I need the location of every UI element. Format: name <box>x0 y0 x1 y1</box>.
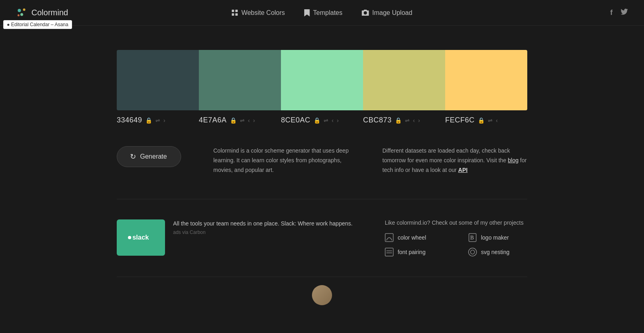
generate-section: ↻ Generate Colormind is a color scheme g… <box>117 146 527 175</box>
bottom-divider <box>117 277 527 277</box>
svg-point-17 <box>471 250 475 254</box>
generate-button[interactable]: ↻ Generate <box>117 146 181 167</box>
nav-image-upload[interactable]: Image Upload <box>362 9 413 17</box>
facebook-link[interactable]: f <box>610 8 613 17</box>
svg-rect-13 <box>385 248 393 256</box>
arrow-left-3[interactable]: ‹ <box>413 117 415 124</box>
projects-grid: color wheel B logo maker <box>385 233 527 256</box>
svg-text:slack: slack <box>132 234 149 241</box>
project-font-pairing[interactable]: font pairing <box>385 248 444 256</box>
lock-icon-2[interactable]: 🔒 <box>314 117 320 124</box>
swatch-4[interactable] <box>445 50 527 110</box>
arrow-left-2[interactable]: ‹ <box>332 117 334 124</box>
arrow-right-1[interactable]: › <box>253 117 255 124</box>
logo-maker-icon: B <box>468 233 477 242</box>
color-info-1: 4E7A6A 🔒 ⇌ ‹ › <box>199 110 281 130</box>
svg-rect-5 <box>235 10 238 12</box>
swatch-2[interactable] <box>281 50 363 110</box>
swatch-1[interactable] <box>199 50 281 110</box>
slack-logo[interactable]: slack <box>117 219 165 256</box>
blog-link[interactable]: blog <box>508 157 518 163</box>
bottom-section: slack All the tools your team needs in o… <box>117 219 527 256</box>
middle-divider <box>117 199 527 199</box>
color-wheel-icon <box>385 233 394 242</box>
svg-nesting-icon <box>468 248 477 256</box>
nav-links: Website Colors Templates Image Upload <box>232 9 413 17</box>
adjust-icon-3[interactable]: ⇌ <box>405 117 410 124</box>
avatar-circle <box>312 285 332 305</box>
ad-block: slack All the tools your team needs in o… <box>117 219 353 256</box>
arrow-left-1[interactable]: ‹ <box>248 117 250 124</box>
description-right: Different datasets are loaded each day, … <box>382 146 527 175</box>
twitter-link[interactable] <box>621 8 628 17</box>
svg-rect-4 <box>232 10 234 12</box>
nav-templates[interactable]: Templates <box>304 9 343 17</box>
color-hex-0: 334649 <box>117 116 142 124</box>
ad-headline: All the tools your team needs in one pla… <box>173 219 353 228</box>
api-link[interactable]: API <box>458 167 467 173</box>
color-hex-3: CBC873 <box>363 116 392 124</box>
project-svg-nesting[interactable]: svg nesting <box>468 248 527 256</box>
svg-point-2 <box>21 13 23 16</box>
generate-label: Generate <box>140 153 167 160</box>
svg-rect-6 <box>232 13 234 16</box>
arrow-left-4[interactable]: ‹ <box>496 117 498 124</box>
bottom-avatar-area <box>117 285 527 305</box>
svg-point-0 <box>18 9 21 12</box>
lock-icon-4[interactable]: 🔒 <box>478 117 485 124</box>
logo-icon <box>16 7 27 19</box>
svg-point-1 <box>23 8 25 11</box>
svg-rect-7 <box>235 13 238 16</box>
description-left: Colormind is a color scheme generator th… <box>213 146 358 175</box>
slack-icon: slack <box>127 232 155 244</box>
tooltip: ● Editorial Calendar – Asana <box>3 20 72 29</box>
lock-icon-1[interactable]: 🔒 <box>230 117 237 124</box>
twitter-icon <box>621 8 628 15</box>
social-links: f <box>610 8 628 17</box>
other-projects: Like colormind.io? Check out some of my … <box>385 219 527 256</box>
ad-attribution: ads via Carbon <box>173 230 353 235</box>
swatch-3[interactable] <box>363 50 445 110</box>
arrow-right-2[interactable]: › <box>337 117 339 124</box>
color-hex-2: 8CE0AC <box>281 116 310 124</box>
color-info-2: 8CE0AC 🔒 ⇌ ‹ › <box>281 110 363 130</box>
logo-link[interactable]: Colormind <box>16 7 68 19</box>
project-color-wheel[interactable]: color wheel <box>385 233 444 242</box>
color-hex-4: FECF6C <box>445 116 475 124</box>
lock-icon-3[interactable]: 🔒 <box>395 117 402 124</box>
project-logo-maker[interactable]: B logo maker <box>468 233 527 242</box>
logo-text: Colormind <box>31 8 68 17</box>
adjust-icon-4[interactable]: ⇌ <box>488 117 493 124</box>
camera-icon <box>362 10 369 16</box>
adjust-icon-1[interactable]: ⇌ <box>240 117 245 124</box>
svg-point-8 <box>128 236 131 239</box>
palette-swatches <box>117 50 527 110</box>
other-projects-title: Like colormind.io? Check out some of my … <box>385 219 527 226</box>
color-hex-1: 4E7A6A <box>199 116 227 124</box>
refresh-icon: ↻ <box>130 152 136 161</box>
adjust-icon-2[interactable]: ⇌ <box>324 117 328 124</box>
lock-icon-0[interactable]: 🔒 <box>145 117 152 124</box>
arrow-right-0[interactable]: › <box>163 117 165 124</box>
palette-info-row: 334649 🔒 ⇌ › 4E7A6A 🔒 ⇌ ‹ › 8CE0AC 🔒 ⇌ ‹… <box>117 110 527 130</box>
swatch-0[interactable] <box>117 50 199 110</box>
color-info-4: FECF6C 🔒 ⇌ ‹ <box>445 110 527 130</box>
description-columns: Colormind is a color scheme generator th… <box>213 146 527 175</box>
main-content: 334649 🔒 ⇌ › 4E7A6A 🔒 ⇌ ‹ › 8CE0AC 🔒 ⇌ ‹… <box>109 26 535 321</box>
bookmark-icon <box>304 9 310 17</box>
svg-point-3 <box>18 14 20 16</box>
adjust-icon-0[interactable]: ⇌ <box>155 117 160 124</box>
navbar: ● Editorial Calendar – Asana Colormind W… <box>0 0 644 26</box>
font-pairing-icon <box>385 248 394 256</box>
svg-text:B: B <box>470 235 474 241</box>
slack-ad-text: All the tools your team needs in one pla… <box>173 219 353 235</box>
color-info-0: 334649 🔒 ⇌ › <box>117 110 199 130</box>
nav-website-colors[interactable]: Website Colors <box>232 9 285 17</box>
svg-point-16 <box>469 248 477 256</box>
arrow-right-3[interactable]: › <box>418 117 420 124</box>
grid-icon <box>232 10 238 16</box>
color-info-3: CBC873 🔒 ⇌ ‹ › <box>363 110 445 130</box>
